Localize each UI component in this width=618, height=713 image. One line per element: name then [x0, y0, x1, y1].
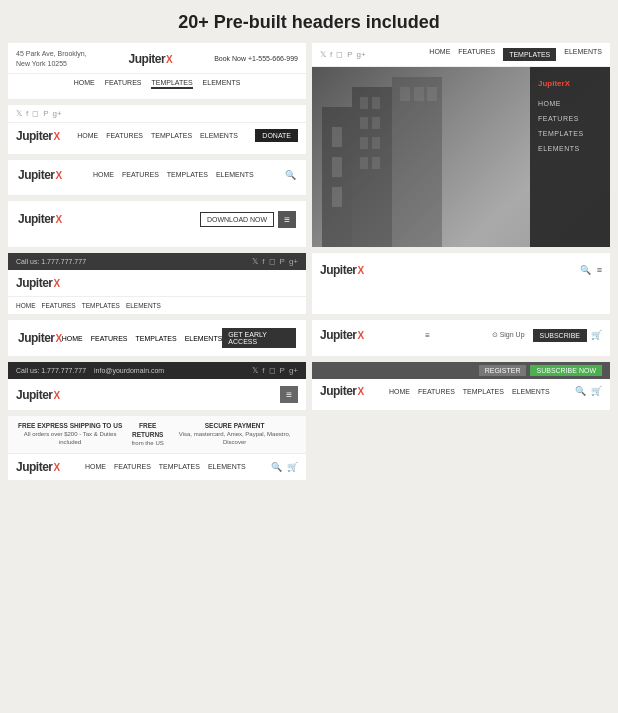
hamburger-button-7[interactable]: ≡	[280, 386, 298, 403]
nav-elements-8[interactable]: ELEMENTS	[208, 463, 246, 470]
sidebar-item-home[interactable]: HOME	[538, 100, 602, 107]
card8-icons: 🔍 🛒	[271, 462, 298, 472]
nav-home-r[interactable]: HOME	[429, 48, 450, 61]
cart-icon-8[interactable]: 🛒	[287, 462, 298, 472]
instagram-icon-2: ◻	[32, 109, 39, 118]
sidebar-nav: HOME FEATURES TEMPLATES ELEMENTS	[538, 100, 602, 152]
nav-elements[interactable]: ELEMENTS	[203, 79, 241, 89]
nav-features-8[interactable]: FEATURES	[114, 463, 151, 470]
free-returns-item: FREE RETURNS from the US	[124, 421, 171, 448]
search-icon-r4[interactable]: 🔍	[580, 265, 591, 275]
nav-elements-r6[interactable]: ELEMENTS	[512, 388, 550, 395]
cr6-icons: 🔍 🛒	[575, 386, 602, 396]
sidebar-item-templates[interactable]: TEMPLATES	[538, 130, 602, 137]
nav-templates-r6[interactable]: TEMPLATES	[463, 388, 504, 395]
facebook-icon-2: f	[26, 109, 28, 118]
cr4-logo: JupiterX	[320, 263, 364, 277]
nav-templates[interactable]: TEMPLATES	[151, 79, 192, 89]
early-access-button[interactable]: GET EARLY ACCESS	[222, 328, 296, 348]
menu-icon-r5[interactable]: ≡	[425, 331, 430, 340]
nav-home-2[interactable]: HOME	[77, 132, 98, 139]
header-card-2: 𝕏 f ◻ P g+ JupiterX HOME FEATURES TEMPLA…	[8, 105, 306, 154]
menu-icon-r4[interactable]: ≡	[597, 265, 602, 275]
cr1-top-bar: 𝕏 f ◻ P g+ HOME FEATURES TEMPLATES ELEME…	[312, 43, 610, 67]
twitter-icon-2: 𝕏	[16, 109, 22, 118]
nav-features-3[interactable]: FEATURES	[122, 171, 159, 178]
headers-grid: 45 Park Ave, Brooklyn, New York 10255 Ju…	[0, 43, 618, 490]
nav-templates-r[interactable]: TEMPLATES	[503, 48, 556, 61]
nav-templates-5[interactable]: TEMPLATES	[82, 302, 120, 309]
svg-rect-11	[360, 157, 368, 169]
cart-icon-r6[interactable]: 🛒	[591, 386, 602, 396]
card1-logo: JupiterX	[129, 52, 173, 66]
subscribe-now-button[interactable]: SUBSCRIBE NOW	[530, 365, 602, 376]
cr6-nav: HOME FEATURES TEMPLATES ELEMENTS	[389, 388, 550, 395]
card4-actions: DOWNLOAD NOW ≡	[200, 211, 296, 228]
svg-rect-1	[332, 127, 342, 147]
nav-features[interactable]: FEATURES	[105, 79, 142, 89]
svg-rect-2	[332, 157, 342, 177]
nav-templates-3[interactable]: TEMPLATES	[167, 171, 208, 178]
svg-rect-12	[372, 157, 380, 169]
nav-home[interactable]: HOME	[74, 79, 95, 89]
facebook-icon: f	[330, 50, 332, 59]
svg-rect-10	[372, 137, 380, 149]
nav-features-5[interactable]: FEATURES	[42, 302, 76, 309]
book-now-text: Book Now +1-555-666-999	[214, 55, 298, 62]
twitter-icon: 𝕏	[320, 50, 326, 59]
nav-home-5[interactable]: HOME	[16, 302, 36, 309]
svg-rect-13	[392, 77, 442, 247]
fb-icon-5: f	[262, 257, 264, 266]
card5-main: JupiterX	[8, 270, 306, 297]
nav-elements-6[interactable]: ELEMENTS	[185, 335, 223, 342]
subscribe-button[interactable]: SUBSCRIBE	[533, 329, 587, 342]
nav-elements-r[interactable]: ELEMENTS	[564, 48, 602, 61]
search-icon-r6[interactable]: 🔍	[575, 386, 586, 396]
sidebar-item-features[interactable]: FEATURES	[538, 115, 602, 122]
card7-main: JupiterX ≡	[8, 379, 306, 410]
twitter-icon-5: 𝕏	[252, 257, 258, 266]
card7-top-bar: Call us: 1.777.777.777 info@yourdomain.c…	[8, 362, 306, 379]
card2-logo: JupiterX	[16, 129, 60, 143]
shipping-bar: FREE EXPRESS SHIPPING TO US All orders o…	[8, 416, 306, 454]
cart-icon-r5[interactable]: 🛒	[591, 330, 602, 340]
card3-nav: HOME FEATURES TEMPLATES ELEMENTS	[93, 171, 254, 178]
nav-home-3[interactable]: HOME	[93, 171, 114, 178]
nav-features-r6[interactable]: FEATURES	[418, 388, 455, 395]
nav-features-6[interactable]: FEATURES	[91, 335, 128, 342]
svg-rect-6	[372, 97, 380, 109]
download-button[interactable]: DOWNLOAD NOW	[200, 212, 274, 227]
nav-elements-3[interactable]: ELEMENTS	[216, 171, 254, 178]
nav-home-8[interactable]: HOME	[85, 463, 106, 470]
nav-templates-2[interactable]: TEMPLATES	[151, 132, 192, 139]
social-icons-2: 𝕏 f ◻ P g+	[16, 109, 62, 118]
nav-templates-8[interactable]: TEMPLATES	[159, 463, 200, 470]
svg-rect-3	[332, 187, 342, 207]
nav-features-r[interactable]: FEATURES	[458, 48, 495, 61]
nav-elements-2[interactable]: ELEMENTS	[200, 132, 238, 139]
svg-rect-8	[372, 117, 380, 129]
nav-templates-6[interactable]: TEMPLATES	[136, 335, 177, 342]
search-icon-8[interactable]: 🔍	[271, 462, 282, 472]
address-block: 45 Park Ave, Brooklyn, New York 10255	[16, 49, 87, 69]
card5-logo: JupiterX	[16, 276, 60, 290]
header-card-right-4: JupiterX 🔍 ≡	[312, 253, 610, 314]
cr5-logo: JupiterX	[320, 328, 364, 342]
header-card-4: JupiterX DOWNLOAD NOW ≡	[8, 201, 306, 247]
nav-features-2[interactable]: FEATURES	[106, 132, 143, 139]
register-button[interactable]: REGISTER	[479, 365, 527, 376]
card8-logo: JupiterX	[16, 460, 60, 474]
nav-elements-5[interactable]: ELEMENTS	[126, 302, 161, 309]
header-card-right-large: 𝕏 f ◻ P g+ HOME FEATURES TEMPLATES ELEME…	[312, 43, 610, 247]
nav-home-r6[interactable]: HOME	[389, 388, 410, 395]
header-card-8: FREE EXPRESS SHIPPING TO US All orders o…	[8, 416, 306, 480]
nav-home-6[interactable]: HOME	[62, 335, 83, 342]
p-icon-7: P	[280, 366, 285, 375]
hamburger-button[interactable]: ≡	[278, 211, 296, 228]
cr4-main: JupiterX 🔍 ≡	[312, 253, 610, 287]
free-shipping-item: FREE EXPRESS SHIPPING TO US All orders o…	[16, 421, 124, 447]
sidebar-item-elements[interactable]: ELEMENTS	[538, 145, 602, 152]
donate-button[interactable]: DONATE	[255, 129, 298, 142]
search-icon-3[interactable]: 🔍	[285, 170, 296, 180]
google-icon: g+	[357, 50, 366, 59]
